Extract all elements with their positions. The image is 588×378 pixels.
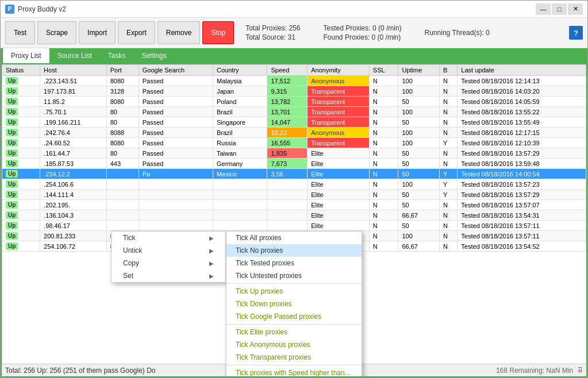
tick-up[interactable]: Tick Up proxies bbox=[226, 285, 362, 298]
table-row[interactable]: Up .98.46.17 Elite N 50 N Tested 08/18/2… bbox=[2, 221, 586, 231]
tab-source-list[interactable]: Source List bbox=[49, 48, 100, 63]
help-button[interactable]: ? bbox=[569, 26, 583, 40]
tick-tested[interactable]: Tick Tested proxies bbox=[226, 257, 362, 269]
cell-speed: 9,315 bbox=[267, 86, 308, 97]
tick-transparent[interactable]: Tick Transparent proxies bbox=[226, 351, 362, 364]
cell-uptime: 100 bbox=[398, 138, 440, 148]
tick-google-passed[interactable]: Tick Google Passed proxies bbox=[226, 310, 362, 323]
ctx-set[interactable]: Set ▶ bbox=[112, 269, 225, 282]
table-row[interactable]: Up .202.195. Elite N 50 N Tested 08/18/2… bbox=[2, 200, 586, 210]
import-button[interactable]: Import bbox=[79, 21, 116, 44]
sep-1 bbox=[226, 283, 362, 284]
cell-last: Tested 08/18/2016 14:03:20 bbox=[458, 86, 586, 97]
tick-down[interactable]: Tick Down proxies bbox=[226, 298, 362, 310]
tick-untested[interactable]: Tick Untested proxies bbox=[226, 269, 362, 282]
table-row[interactable]: Up .24.60.52 8080 Passed Russia 16,555 T… bbox=[2, 138, 586, 148]
cell-b: N bbox=[440, 200, 458, 210]
cell-status: Up bbox=[2, 179, 40, 190]
scrape-button[interactable]: Scrape bbox=[37, 21, 76, 44]
table-row[interactable]: Up .75.70.1 80 Passed Brazil 13,701 Tran… bbox=[2, 107, 586, 117]
test-button[interactable]: Test bbox=[5, 21, 35, 44]
cell-country: Taiwan bbox=[213, 148, 267, 159]
table-row[interactable]: Up 11.85.2 8080 Passed Poland 13,782 Tra… bbox=[2, 97, 586, 107]
cell-ssl: N bbox=[369, 117, 398, 128]
tick-submenu: Tick All proxies Tick No proxies Tick Te… bbox=[226, 231, 362, 377]
cell-anon: Elite bbox=[308, 148, 370, 159]
table-row[interactable]: Up .254.106.6 Elite N 100 Y Tested 08/18… bbox=[2, 179, 586, 190]
tick-speed-higher[interactable]: Tick proxies with Speed higher than... bbox=[226, 367, 362, 377]
maximize-button[interactable]: □ bbox=[552, 3, 567, 15]
table-row[interactable]: Up .136.104.3 Elite N 66,67 N Tested 08/… bbox=[2, 210, 586, 221]
cell-speed bbox=[267, 190, 308, 200]
cell-country: Russia bbox=[213, 138, 267, 148]
table-row[interactable]: Up .144.111.4 Elite N 50 Y Tested 08/18/… bbox=[2, 190, 586, 200]
minimize-button[interactable]: — bbox=[536, 3, 551, 15]
cell-ssl: N bbox=[369, 241, 398, 252]
table-row[interactable]: Up .242.76.4 8088 Passed Brazil 10,22 An… bbox=[2, 128, 586, 138]
tick-anonymous[interactable]: Tick Anonymous proxies bbox=[226, 338, 362, 351]
cell-host: .234.12.2 bbox=[40, 169, 107, 179]
cell-google: Passed bbox=[139, 148, 213, 159]
sep-3 bbox=[226, 365, 362, 365]
cell-speed: 3,56 bbox=[267, 169, 308, 179]
tick-none[interactable]: Tick No proxies bbox=[226, 244, 362, 257]
cell-last: Tested 08/18/2016 13:54:52 bbox=[458, 241, 586, 252]
cell-google bbox=[139, 190, 213, 200]
cell-last: Tested 08/18/2016 14:05:59 bbox=[458, 97, 586, 107]
table-row[interactable]: Up .185.87.53 443 Passed Germany 7,673 E… bbox=[2, 159, 586, 169]
export-button[interactable]: Export bbox=[118, 21, 155, 44]
col-google: Google Search bbox=[139, 65, 213, 76]
cell-status: Up bbox=[2, 221, 40, 231]
table-row[interactable]: Up 197.173.81 3128 Passed Japan 9,315 Tr… bbox=[2, 86, 586, 97]
table-row[interactable]: Up .223.143.51 8080 Passed Malaysia 17,5… bbox=[2, 76, 586, 86]
remove-button[interactable]: Remove bbox=[157, 21, 201, 44]
close-button[interactable]: ✕ bbox=[568, 3, 583, 15]
status-badge: Up bbox=[6, 118, 18, 126]
cell-port: 80 bbox=[106, 117, 139, 128]
cell-anon: Elite bbox=[308, 190, 370, 200]
app-icon: P bbox=[5, 5, 14, 14]
status-badge: Up bbox=[6, 222, 18, 229]
cell-status: Up bbox=[2, 86, 40, 97]
cell-b: Y bbox=[440, 169, 458, 179]
col-status: Status bbox=[2, 65, 40, 76]
cell-b: N bbox=[440, 128, 458, 138]
stop-button[interactable]: Stop bbox=[202, 21, 234, 44]
cell-speed: 10,22 bbox=[267, 128, 308, 138]
ctx-untick[interactable]: Untick ▶ bbox=[112, 244, 225, 257]
cell-anon: Transparent bbox=[308, 86, 370, 97]
status-badge: Up bbox=[6, 160, 18, 167]
cell-google: Passed bbox=[139, 138, 213, 148]
cell-google bbox=[139, 221, 213, 231]
tab-proxy-list[interactable]: Proxy List bbox=[3, 48, 49, 63]
status-badge: Up bbox=[6, 201, 18, 209]
title-bar: P Proxy Buddy v2 — □ ✕ bbox=[1, 1, 587, 18]
tick-elite[interactable]: Tick Elite proxies bbox=[226, 326, 362, 338]
cell-status: Up bbox=[2, 231, 40, 241]
tab-settings[interactable]: Settings bbox=[133, 48, 174, 63]
tick-all[interactable]: Tick All proxies bbox=[226, 232, 362, 244]
ctx-tick[interactable]: Tick ▶ bbox=[112, 232, 225, 244]
cell-last: Tested 08/18/2016 13:57:29 bbox=[458, 190, 586, 200]
cell-port: 8080 bbox=[106, 138, 139, 148]
cell-speed: 13,701 bbox=[267, 107, 308, 117]
cell-ssl: N bbox=[369, 190, 398, 200]
cell-country bbox=[213, 221, 267, 231]
cell-host: .75.70.1 bbox=[40, 107, 107, 117]
table-row[interactable]: Up .161.44.7 80 Passed Taiwan 1,835 Elit… bbox=[2, 148, 586, 159]
cell-status: Up bbox=[2, 159, 40, 169]
table-row[interactable]: Up .199.166.211 80 Passed Singapore 14,0… bbox=[2, 117, 586, 128]
cell-last: Tested 08/18/2016 13:57:23 bbox=[458, 179, 586, 190]
cell-uptime: 100 bbox=[398, 231, 440, 241]
tab-tasks[interactable]: Tasks bbox=[100, 48, 134, 63]
cell-google: Passed bbox=[139, 117, 213, 128]
tab-bar: Proxy List Source List Tasks Settings bbox=[1, 48, 587, 63]
cell-b: N bbox=[440, 221, 458, 231]
main-content: Status Host Port Google Search Country S… bbox=[1, 63, 587, 377]
cell-ssl: N bbox=[369, 86, 398, 97]
cell-last: Tested 08/18/2016 13:55:22 bbox=[458, 107, 586, 117]
cell-google: Passed bbox=[139, 159, 213, 169]
cell-port bbox=[106, 200, 139, 210]
table-row[interactable]: Up .234.12.2 Pa Mexico 3,56 Elite N 50 Y… bbox=[2, 169, 586, 179]
ctx-copy[interactable]: Copy ▶ bbox=[112, 257, 225, 269]
